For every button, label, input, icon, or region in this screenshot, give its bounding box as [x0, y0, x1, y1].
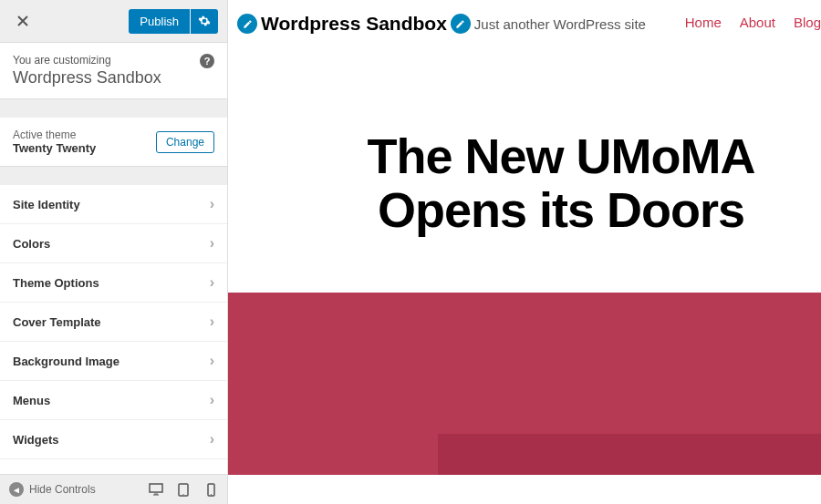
site-tagline: Just another WordPress site	[474, 16, 646, 32]
section-site-identity[interactable]: Site Identity›	[0, 185, 227, 224]
svg-point-4	[210, 493, 211, 494]
section-label: Colors	[13, 237, 50, 251]
chevron-right-icon: ›	[210, 274, 214, 291]
sidebar-footer: ◄ Hide Controls	[0, 474, 227, 504]
edit-shortcut-tagline[interactable]	[451, 14, 471, 34]
section-widgets[interactable]: Widgets›	[0, 420, 227, 459]
hide-controls-label: Hide Controls	[29, 483, 96, 496]
hero-title: The New UMoMA Opens its Doors	[228, 47, 821, 293]
chevron-right-icon: ›	[210, 431, 214, 447]
theme-name: Twenty Twenty	[13, 141, 96, 155]
section-label: Theme Options	[13, 276, 99, 290]
close-button[interactable]	[9, 7, 36, 35]
section-label: Widgets	[13, 433, 58, 447]
pencil-icon	[455, 19, 465, 29]
customizing-label: You are customizing	[13, 54, 214, 67]
section-label: Background Image	[13, 355, 120, 368]
section-menus[interactable]: Menus›	[0, 381, 227, 420]
nav-link-about[interactable]: About	[740, 15, 775, 30]
desktop-icon[interactable]	[149, 482, 163, 497]
nav-link-blog[interactable]: Blog	[794, 15, 821, 30]
collapse-icon: ◄	[9, 482, 24, 497]
customizing-panel: You are customizing Wordpress Sandbox ?	[0, 43, 227, 99]
publish-button[interactable]: Publish	[129, 9, 190, 34]
chevron-right-icon: ›	[210, 314, 214, 330]
tablet-icon[interactable]	[176, 482, 191, 497]
help-icon[interactable]: ?	[200, 54, 214, 68]
customizing-site-title: Wordpress Sandbox	[13, 68, 214, 87]
section-theme-options[interactable]: Theme Options›	[0, 263, 227, 303]
theme-info: Active theme Twenty Twenty	[13, 129, 96, 155]
section-label: Menus	[13, 394, 50, 407]
chevron-right-icon: ›	[210, 196, 214, 212]
device-preview-group	[149, 482, 218, 497]
section-homepage-settings[interactable]: Homepage Settings›	[0, 459, 227, 474]
section-colors[interactable]: Colors›	[0, 224, 227, 263]
section-cover-template[interactable]: Cover Template›	[0, 303, 227, 342]
chevron-right-icon: ›	[210, 392, 214, 408]
chevron-right-icon: ›	[210, 353, 214, 369]
preview-pane: Wordpress Sandbox Just another WordPress…	[228, 0, 821, 504]
nav-link-home[interactable]: Home	[685, 15, 722, 30]
sections-list: Site Identity› Colors› Theme Options› Co…	[0, 185, 227, 474]
section-label: Cover Template	[13, 315, 101, 329]
primary-nav: Home About Blog	[685, 15, 821, 30]
section-background-image[interactable]: Background Image›	[0, 342, 227, 381]
gear-icon	[198, 15, 211, 27]
change-theme-button[interactable]: Change	[156, 131, 214, 153]
sidebar-top-bar: Publish	[0, 0, 227, 43]
hero-image-band	[228, 293, 821, 475]
section-label: Site Identity	[13, 198, 80, 211]
hide-controls-button[interactable]: ◄ Hide Controls	[9, 482, 96, 497]
close-icon	[17, 15, 28, 26]
publish-group: Publish	[129, 9, 218, 34]
svg-point-2	[182, 493, 183, 494]
mobile-icon[interactable]	[203, 482, 218, 497]
chevron-right-icon: ›	[210, 235, 214, 252]
svg-rect-0	[150, 484, 162, 492]
pencil-icon	[243, 19, 253, 29]
active-theme-label: Active theme	[13, 129, 96, 141]
edit-shortcut-title[interactable]	[237, 14, 257, 34]
hero-overlay	[438, 434, 821, 475]
site-title: Wordpress Sandbox	[261, 13, 447, 35]
active-theme-panel: Active theme Twenty Twenty Change	[0, 118, 227, 167]
publish-settings-button[interactable]	[191, 9, 218, 34]
customizer-sidebar: Publish You are customizing Wordpress Sa…	[0, 0, 228, 504]
